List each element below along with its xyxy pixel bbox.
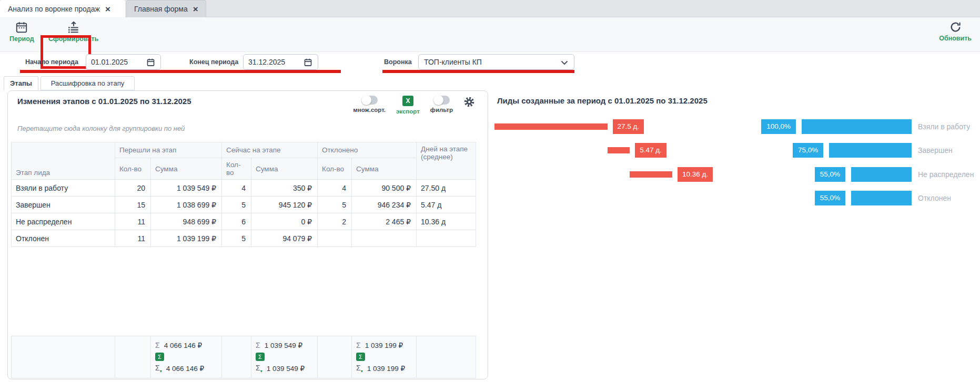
refresh-icon (949, 20, 962, 34)
stage-cell: Завершен (12, 197, 115, 213)
table-row[interactable]: Взяли в работу 20 1 039 549 ₽ 4 350 ₽ 4 … (12, 180, 476, 197)
end-period-input[interactable] (243, 54, 318, 70)
col-header-moved-sum[interactable]: Сумма (151, 158, 222, 180)
excel-export-icon[interactable]: X (402, 96, 413, 106)
col-header-rejected-count[interactable]: Кол-во (318, 158, 352, 180)
chart-title: Лиды созданные за период с 01.01.2025 по… (497, 96, 708, 105)
conversion-bar[interactable] (802, 119, 912, 134)
days-cell: 5.47 д (417, 197, 476, 213)
sum-icon: Σ (356, 341, 361, 349)
multisort-label: множ.сорт. (353, 107, 386, 113)
filtered-sum-icon: Σ▾ (356, 364, 363, 374)
rejected-count-cell: 5 (318, 197, 352, 213)
excel-sum-icon[interactable]: Σ (356, 353, 365, 361)
conversion-label: 100,0% (761, 119, 796, 134)
col-header-moved-count[interactable]: Кол-во (115, 158, 151, 180)
excel-sum-icon[interactable]: Σ (155, 353, 164, 361)
chart-row: 27.5 д. 100,0% Взяли в работу (494, 119, 978, 134)
stage-label: Отклонен (918, 191, 951, 205)
refresh-button[interactable]: Обновить (939, 20, 972, 42)
stage-label: Завершен (918, 143, 953, 158)
col-header-days[interactable]: Дней на этапе (среднее) (417, 142, 476, 180)
generate-label: Сформировать (48, 35, 98, 43)
end-period-label: Конец периода (189, 58, 238, 66)
multisort-control: множ.сорт. (353, 96, 386, 113)
moved-sum-cell: 1 039 549 ₽ (151, 180, 222, 197)
grid-controls: множ.сорт. X экспорт фильтр (353, 96, 475, 115)
rejected-sum-cell (352, 230, 417, 247)
conversion-bar[interactable] (829, 143, 912, 158)
stage-cell: Отклонен (12, 230, 115, 247)
conversion-bar[interactable] (851, 167, 912, 182)
period-button[interactable]: Период (9, 20, 34, 43)
moved-count-cell: 20 (115, 180, 151, 197)
tab-stage-details[interactable]: Расшифровка по этапу (41, 76, 135, 90)
col-header-rejected-sum[interactable]: Сумма (352, 158, 417, 180)
filtered-sum-icon: Σ▾ (155, 364, 162, 374)
now-count-cell: 5 (222, 197, 251, 213)
filtered-sum-icon: Σ▾ (256, 364, 262, 374)
now-sum-cell: 94 079 ₽ (251, 230, 318, 247)
calendar-icon (15, 20, 28, 34)
excel-sum-icon[interactable]: Σ (256, 353, 265, 361)
sum-icon: Σ (256, 341, 260, 349)
filter-control: фильтр (430, 96, 453, 113)
conversion-label: 55,0% (815, 167, 845, 182)
now-sum-cell: 945 120 ₽ (251, 197, 318, 213)
table-row[interactable]: Не распределен 11 948 699 ₽ 6 0 ₽ 2 2 46… (12, 213, 476, 230)
filter-toggle[interactable] (433, 96, 450, 105)
stage-label: Взяли в работу (918, 119, 970, 134)
window-tab-bar: Анализ по воронке продаж × Главная форма… (0, 0, 980, 17)
days-cell: 10.36 д (417, 213, 476, 230)
total-moved-sum: Σ4 066 146 ₽ Σ Σ▾4 066 146 ₽ (151, 336, 222, 378)
start-period-input[interactable] (86, 54, 161, 70)
now-sum-cell: 0 ₽ (251, 213, 318, 230)
tab-stage-details-label: Расшифровка по этапу (51, 79, 124, 87)
tab-stages[interactable]: Этапы (4, 76, 38, 90)
days-cell: 27.50 д (417, 180, 476, 197)
table-row[interactable]: Завершен 15 1 038 699 ₽ 5 945 120 ₽ 5 94… (12, 197, 476, 213)
group-header-moved[interactable]: Перешли на этап (115, 142, 222, 158)
stage-label: Не распределен (918, 167, 974, 182)
group-header-now[interactable]: Сейчас на этапе (222, 142, 318, 158)
tab-main-form[interactable]: Главная форма × (126, 0, 206, 17)
group-header-rejected[interactable]: Отклонено (318, 142, 417, 158)
rejected-sum-cell: 90 500 ₽ (352, 180, 417, 197)
tab-stages-label: Этапы (10, 79, 32, 87)
close-icon[interactable]: × (193, 5, 198, 14)
funnel-label: Воронка (384, 58, 412, 66)
gear-icon[interactable] (463, 96, 475, 108)
funnel-select[interactable]: ТОП-клиенты КП (418, 54, 574, 70)
chart-row: 10.36 д. 55,0% Не распределен (494, 167, 978, 182)
now-count-cell: 4 (222, 180, 251, 197)
highlight-underline-funnel (382, 70, 574, 73)
conversion-bar[interactable] (851, 191, 912, 205)
toolbar: Период Сформировать Обновить (0, 17, 980, 52)
chart-row: 5.47 д. 75,0% Завершен (494, 143, 978, 158)
stages-table: Этап лида Перешли на этап Сейчас на этап… (11, 142, 476, 247)
moved-sum-cell: 1 038 699 ₽ (151, 197, 222, 213)
multisort-toggle[interactable] (361, 96, 378, 105)
start-period-label: Начало периода (25, 58, 78, 66)
refresh-label: Обновить (939, 35, 972, 42)
days-cell (417, 230, 476, 247)
now-sum-cell: 350 ₽ (251, 180, 318, 197)
highlight-underline-dates (20, 70, 341, 73)
group-drop-hint: Перетащите сюда колонку для группировки … (17, 125, 185, 132)
col-header-now-sum[interactable]: Сумма (251, 158, 318, 180)
close-icon[interactable]: × (105, 5, 110, 14)
now-count-cell: 5 (222, 230, 251, 247)
rejected-sum-cell: 2 465 ₽ (352, 213, 417, 230)
table-row[interactable]: Отклонен 11 1 039 199 ₽ 5 94 079 ₽ (12, 230, 476, 247)
totals-row: Σ4 066 146 ₽ Σ Σ▾4 066 146 ₽ Σ1 039 549 … (11, 336, 476, 378)
tab-label: Анализ по воронке продаж (8, 5, 100, 13)
generate-report-icon (67, 20, 80, 34)
col-header-stage[interactable]: Этап лида (12, 142, 115, 180)
tab-funnel-analysis[interactable]: Анализ по воронке продаж × (0, 0, 125, 17)
chart-row: 55,0% Отклонен (494, 191, 978, 205)
chevron-down-icon (561, 59, 568, 66)
moved-count-cell: 11 (115, 213, 151, 230)
generate-button[interactable]: Сформировать (48, 20, 98, 43)
moved-sum-cell: 1 039 199 ₽ (151, 230, 222, 247)
col-header-now-count[interactable]: Кол-во (222, 158, 251, 180)
